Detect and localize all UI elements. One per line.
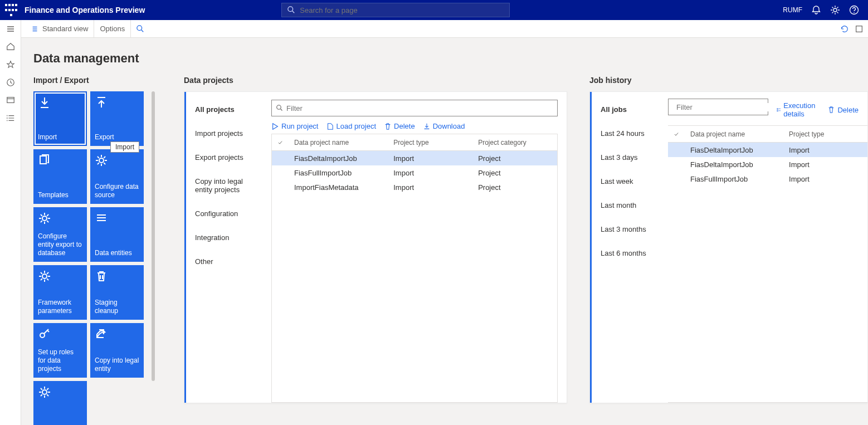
delete-project-button[interactable]: Delete	[384, 122, 415, 130]
favorites-icon[interactable]	[5, 59, 16, 70]
table-row[interactable]: ImportFiasMetadataImportProject	[272, 180, 557, 194]
tile-framework-parameters[interactable]: Framework parameters	[33, 265, 87, 320]
table-row[interactable]: FiasDeltaImportJobImportProject	[272, 151, 557, 165]
check-icon	[277, 139, 283, 146]
settings-icon[interactable]	[830, 5, 840, 15]
user-label[interactable]: RUMF	[783, 6, 802, 14]
search-icon	[136, 25, 144, 33]
grid-header: Data project name Project type	[668, 126, 867, 143]
tile-label: Import	[38, 133, 82, 141]
category-last-3-days[interactable]: Last 3 days	[592, 145, 668, 169]
check-icon	[674, 131, 679, 138]
tile-staging-cleanup[interactable]: Staging cleanup	[90, 265, 144, 320]
download-project-button[interactable]: Download	[423, 122, 465, 130]
tile-settings[interactable]	[33, 381, 87, 425]
table-row[interactable]: FiasDeltaImportJobImport	[668, 143, 867, 157]
table-row[interactable]: FiasDeltaImportJobImport	[668, 157, 867, 172]
delete-project-label: Delete	[394, 122, 415, 130]
cell-type: Import	[783, 160, 867, 169]
cell-type: Import	[783, 175, 867, 183]
recent-icon[interactable]	[5, 77, 16, 88]
data-projects-filter-input[interactable]	[286, 104, 553, 113]
select-all-checkbox[interactable]	[668, 131, 685, 138]
global-search-input[interactable]	[300, 6, 504, 14]
page-toolbar: Standard view Options	[21, 20, 868, 38]
job-history-filter[interactable]	[668, 99, 768, 115]
home-icon[interactable]	[5, 41, 16, 52]
tile-label: Framework parameters	[38, 299, 82, 315]
workspaces-icon[interactable]	[5, 95, 16, 106]
global-search[interactable]	[281, 3, 510, 17]
download-icon	[38, 96, 51, 109]
copy-icon	[38, 154, 51, 167]
col-project-category[interactable]: Project category	[472, 139, 557, 146]
category-last-3-months[interactable]: Last 3 months	[592, 217, 668, 241]
tile-label: Copy into legal entity	[95, 356, 139, 373]
cell-type: Import	[783, 146, 867, 154]
tile-label: Staging cleanup	[95, 299, 139, 315]
category-integration[interactable]: Integration	[186, 226, 262, 250]
cell-name: FiasDeltaImportJob	[685, 146, 783, 154]
category-export-projects[interactable]: Export projects	[186, 145, 262, 169]
job-history-filter-input[interactable]	[676, 103, 770, 111]
category-last-6-months[interactable]: Last 6 months	[592, 241, 668, 265]
load-project-button[interactable]: Load project	[326, 122, 376, 130]
toolbar-search-button[interactable]	[131, 20, 150, 38]
col-project-type[interactable]: Project type	[388, 139, 472, 146]
standard-view-button[interactable]: Standard view	[26, 20, 94, 38]
tile-data-entities[interactable]: Data entities	[90, 207, 144, 262]
category-last-24-hours[interactable]: Last 24 hours	[592, 121, 668, 145]
refresh-icon[interactable]	[840, 25, 849, 33]
expand-icon[interactable]	[855, 25, 864, 33]
tile-copy-into-legal-entity[interactable]: Copy into legal entity	[90, 323, 144, 378]
data-projects-filter[interactable]	[271, 100, 558, 116]
run-project-label: Run project	[281, 122, 318, 130]
category-all-projects[interactable]: All projects	[186, 97, 262, 121]
list-icon	[95, 212, 108, 225]
app-launcher-icon[interactable]	[4, 3, 18, 17]
gear-icon	[38, 270, 51, 283]
tile-export[interactable]: Export	[90, 91, 144, 146]
data-projects-section: Data projects All projectsImport project…	[184, 76, 567, 416]
tile-set-up-roles-for-data-projects[interactable]: Set up roles for data projects	[33, 323, 87, 378]
main-content: Data management Import / Export ImportEx…	[21, 38, 868, 425]
category-last-month[interactable]: Last month	[592, 193, 668, 217]
download-icon	[423, 123, 431, 130]
import-export-section: Import / Export ImportExportTemplatesCon…	[33, 76, 162, 416]
category-other[interactable]: Other	[186, 250, 262, 273]
grid-header: Data project name Project type Project c…	[272, 134, 557, 151]
category-import-projects[interactable]: Import projects	[186, 121, 262, 145]
execution-details-button[interactable]: Execution details	[776, 101, 820, 118]
cell-category: Project	[472, 183, 557, 192]
help-icon[interactable]	[849, 5, 859, 15]
app-title: Finance and Operations Preview	[25, 6, 145, 14]
select-all-checkbox[interactable]	[272, 139, 289, 146]
tiles-scrollbar[interactable]	[152, 91, 155, 381]
tile-tooltip: Import	[110, 141, 139, 153]
category-last-week[interactable]: Last week	[592, 169, 668, 193]
lines-icon	[31, 25, 39, 33]
tile-templates[interactable]: Templates	[33, 149, 87, 204]
key-icon	[38, 328, 51, 341]
table-row[interactable]: FiasFullImportJobImport	[668, 172, 867, 186]
tile-label: Data entities	[95, 249, 139, 257]
col-data-project-name[interactable]: Data project name	[685, 130, 783, 138]
category-all-jobs[interactable]: All jobs	[592, 97, 668, 121]
upload-icon	[95, 96, 108, 109]
nav-expand-icon[interactable]	[5, 23, 16, 35]
run-project-button[interactable]: Run project	[271, 122, 318, 130]
data-projects-actions: Run project Load project Delete Download	[271, 122, 558, 130]
tile-configure-entity-export-to-database[interactable]: Configure entity export to database	[33, 207, 87, 262]
category-configuration[interactable]: Configuration	[186, 202, 262, 226]
job-history-title: Job history	[589, 76, 868, 85]
notifications-icon[interactable]	[811, 5, 821, 15]
category-copy-into-legal-entity-projects[interactable]: Copy into legal entity projects	[186, 169, 262, 202]
col-project-type[interactable]: Project type	[783, 130, 867, 138]
col-data-project-name[interactable]: Data project name	[289, 139, 388, 146]
table-row[interactable]: FiasFullImportJobImportProject	[272, 165, 557, 180]
options-button[interactable]: Options	[94, 20, 131, 38]
modules-icon[interactable]	[5, 113, 16, 124]
tile-import[interactable]: Import	[33, 91, 87, 146]
delete-job-button[interactable]: Delete	[827, 101, 859, 118]
tile-configure-data-source[interactable]: Configure data source	[90, 149, 144, 204]
